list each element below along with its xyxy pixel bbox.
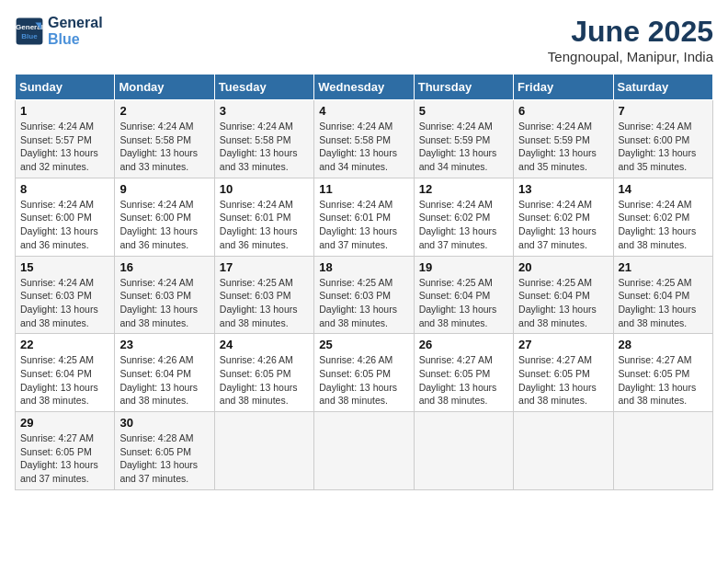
day-info: Sunrise: 4:24 AM Sunset: 5:58 PM Dayligh… [319,120,408,174]
day-info: Sunrise: 4:24 AM Sunset: 6:03 PM Dayligh… [119,276,209,330]
day-info: Sunrise: 4:25 AM Sunset: 6:04 PM Dayligh… [419,276,508,330]
calendar-week-1: 1Sunrise: 4:24 AM Sunset: 5:57 PM Daylig… [16,100,713,178]
day-number: 22 [20,338,109,351]
calendar-cell: 25Sunrise: 4:26 AM Sunset: 6:05 PM Dayli… [314,334,414,412]
calendar-cell: 24Sunrise: 4:26 AM Sunset: 6:05 PM Dayli… [214,334,313,412]
day-info: Sunrise: 4:24 AM Sunset: 5:59 PM Dayligh… [419,120,508,174]
day-number: 16 [119,260,209,274]
day-number: 30 [119,416,209,430]
day-info: Sunrise: 4:25 AM Sunset: 6:03 PM Dayligh… [319,276,408,330]
weekday-header-friday: Friday [514,75,613,100]
day-number: 9 [119,182,209,196]
calendar-cell: 16Sunrise: 4:24 AM Sunset: 6:03 PM Dayli… [115,256,214,334]
calendar-cell: 27Sunrise: 4:27 AM Sunset: 6:05 PM Dayli… [514,334,613,412]
day-number: 8 [20,182,109,196]
calendar-cell: 13Sunrise: 4:24 AM Sunset: 6:02 PM Dayli… [514,178,613,256]
day-info: Sunrise: 4:24 AM Sunset: 6:00 PM Dayligh… [119,198,209,252]
logo-icon: General Blue [15,17,44,46]
calendar-table: SundayMondayTuesdayWednesdayThursdayFrid… [15,74,713,490]
calendar-cell: 22Sunrise: 4:25 AM Sunset: 6:04 PM Dayli… [16,334,115,412]
calendar-cell: 15Sunrise: 4:24 AM Sunset: 6:03 PM Dayli… [16,256,115,334]
calendar-cell [414,412,513,490]
day-number: 11 [319,182,408,196]
day-info: Sunrise: 4:25 AM Sunset: 6:04 PM Dayligh… [518,276,608,330]
day-info: Sunrise: 4:24 AM Sunset: 6:02 PM Dayligh… [518,198,608,252]
calendar-cell [514,412,613,490]
day-info: Sunrise: 4:24 AM Sunset: 6:01 PM Dayligh… [220,198,309,252]
calendar-cell: 14Sunrise: 4:24 AM Sunset: 6:02 PM Dayli… [613,178,712,256]
svg-text:Blue: Blue [21,32,38,40]
weekday-header-thursday: Thursday [414,75,513,100]
day-number: 19 [419,260,508,274]
calendar-cell: 11Sunrise: 4:24 AM Sunset: 6:01 PM Dayli… [314,178,414,256]
calendar-cell: 21Sunrise: 4:25 AM Sunset: 6:04 PM Dayli… [613,256,712,334]
day-number: 3 [220,104,309,118]
day-info: Sunrise: 4:26 AM Sunset: 6:05 PM Dayligh… [319,353,408,408]
day-number: 12 [419,182,508,196]
logo: General Blue General Blue [15,15,103,48]
day-number: 7 [619,104,708,118]
day-number: 28 [619,338,708,351]
day-info: Sunrise: 4:24 AM Sunset: 5:58 PM Dayligh… [119,120,209,174]
location-title: Tengnoupal, Manipur, India [548,49,713,64]
calendar-cell: 26Sunrise: 4:27 AM Sunset: 6:05 PM Dayli… [414,334,513,412]
calendar-cell: 6Sunrise: 4:24 AM Sunset: 5:59 PM Daylig… [514,100,613,178]
day-number: 17 [220,260,309,274]
day-info: Sunrise: 4:24 AM Sunset: 6:00 PM Dayligh… [20,198,109,252]
day-number: 24 [220,338,309,351]
month-title: June 2025 [548,15,713,49]
day-number: 6 [518,104,608,118]
weekday-header-wednesday: Wednesday [314,75,414,100]
calendar-cell: 17Sunrise: 4:25 AM Sunset: 6:03 PM Dayli… [214,256,313,334]
weekday-header-monday: Monday [115,75,214,100]
day-info: Sunrise: 4:27 AM Sunset: 6:05 PM Dayligh… [419,353,508,408]
day-info: Sunrise: 4:27 AM Sunset: 6:05 PM Dayligh… [518,353,608,408]
weekday-header-row: SundayMondayTuesdayWednesdayThursdayFrid… [16,75,713,100]
day-number: 2 [119,104,209,118]
day-info: Sunrise: 4:27 AM Sunset: 6:05 PM Dayligh… [20,431,109,486]
weekday-header-saturday: Saturday [613,75,712,100]
day-info: Sunrise: 4:24 AM Sunset: 5:59 PM Dayligh… [518,120,608,174]
day-info: Sunrise: 4:24 AM Sunset: 6:01 PM Dayligh… [319,198,408,252]
day-number: 5 [419,104,508,118]
calendar-cell [613,412,712,490]
day-info: Sunrise: 4:25 AM Sunset: 6:04 PM Dayligh… [619,276,708,330]
day-number: 4 [319,104,408,118]
calendar-cell: 28Sunrise: 4:27 AM Sunset: 6:05 PM Dayli… [613,334,712,412]
calendar-cell: 29Sunrise: 4:27 AM Sunset: 6:05 PM Dayli… [16,412,115,490]
day-info: Sunrise: 4:26 AM Sunset: 6:05 PM Dayligh… [220,353,309,408]
calendar-week-4: 22Sunrise: 4:25 AM Sunset: 6:04 PM Dayli… [16,334,713,412]
day-info: Sunrise: 4:24 AM Sunset: 5:57 PM Dayligh… [20,120,109,174]
title-area: June 2025 Tengnoupal, Manipur, India [548,15,713,64]
calendar-cell: 10Sunrise: 4:24 AM Sunset: 6:01 PM Dayli… [214,178,313,256]
day-info: Sunrise: 4:28 AM Sunset: 6:05 PM Dayligh… [119,431,209,486]
calendar-cell [214,412,313,490]
calendar-cell: 23Sunrise: 4:26 AM Sunset: 6:04 PM Dayli… [115,334,214,412]
calendar-cell: 18Sunrise: 4:25 AM Sunset: 6:03 PM Dayli… [314,256,414,334]
calendar-cell: 20Sunrise: 4:25 AM Sunset: 6:04 PM Dayli… [514,256,613,334]
calendar-week-5: 29Sunrise: 4:27 AM Sunset: 6:05 PM Dayli… [16,412,713,490]
calendar-body: 1Sunrise: 4:24 AM Sunset: 5:57 PM Daylig… [16,100,713,490]
calendar-cell: 12Sunrise: 4:24 AM Sunset: 6:02 PM Dayli… [414,178,513,256]
calendar-cell: 2Sunrise: 4:24 AM Sunset: 5:58 PM Daylig… [115,100,214,178]
day-number: 29 [20,416,109,430]
day-info: Sunrise: 4:24 AM Sunset: 6:00 PM Dayligh… [619,120,708,174]
day-info: Sunrise: 4:25 AM Sunset: 6:03 PM Dayligh… [220,276,309,330]
day-number: 15 [20,260,109,274]
calendar-week-2: 8Sunrise: 4:24 AM Sunset: 6:00 PM Daylig… [16,178,713,256]
day-info: Sunrise: 4:24 AM Sunset: 6:02 PM Dayligh… [419,198,508,252]
day-number: 18 [319,260,408,274]
calendar-cell: 8Sunrise: 4:24 AM Sunset: 6:00 PM Daylig… [16,178,115,256]
day-info: Sunrise: 4:24 AM Sunset: 5:58 PM Dayligh… [220,120,309,174]
weekday-header-tuesday: Tuesday [214,75,313,100]
calendar-week-3: 15Sunrise: 4:24 AM Sunset: 6:03 PM Dayli… [16,256,713,334]
page-header: General Blue General Blue June 2025 Teng… [15,15,713,64]
day-number: 13 [518,182,608,196]
day-info: Sunrise: 4:25 AM Sunset: 6:04 PM Dayligh… [20,353,109,408]
calendar-cell: 3Sunrise: 4:24 AM Sunset: 5:58 PM Daylig… [214,100,313,178]
day-number: 20 [518,260,608,274]
day-number: 21 [619,260,708,274]
logo-text: General Blue [48,15,103,48]
calendar-cell: 1Sunrise: 4:24 AM Sunset: 5:57 PM Daylig… [16,100,115,178]
day-info: Sunrise: 4:24 AM Sunset: 6:03 PM Dayligh… [20,276,109,330]
